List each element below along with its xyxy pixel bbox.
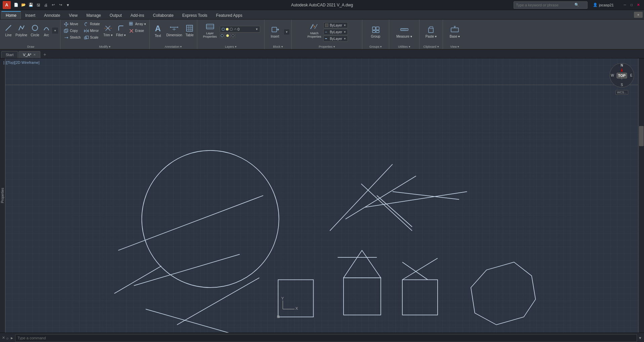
block-dropdown[interactable]: ▼ bbox=[284, 29, 289, 35]
horizontal-divider bbox=[5, 85, 639, 85]
lineweight-selector[interactable]: ByLayer ▼ bbox=[323, 36, 348, 42]
insert-button[interactable]: Insert bbox=[267, 22, 283, 42]
circle-button[interactable]: Circle bbox=[29, 21, 41, 40]
table-button[interactable]: Table bbox=[184, 21, 195, 40]
svg-marker-6 bbox=[87, 30, 88, 32]
measure-button[interactable]: Measure ▾ bbox=[395, 22, 413, 42]
tab-output[interactable]: Output bbox=[105, 11, 126, 19]
doc-tab-start-label: Start bbox=[6, 53, 13, 57]
properties-panel[interactable]: Properties bbox=[0, 58, 5, 333]
tab-annotate[interactable]: Annotate bbox=[40, 11, 65, 19]
svg-rect-11 bbox=[131, 22, 132, 24]
tab-insert[interactable]: Insert bbox=[21, 11, 40, 19]
scrollbar-thumb[interactable] bbox=[639, 126, 644, 146]
line-button[interactable]: Line bbox=[3, 21, 13, 40]
qat-dropdown[interactable]: ▼ bbox=[65, 2, 71, 8]
tab-collaborate[interactable]: Collaborate bbox=[149, 11, 178, 19]
linetype-label: ByLayer bbox=[330, 30, 342, 34]
tab-view[interactable]: View bbox=[65, 11, 82, 19]
view-label: View ▾ bbox=[450, 45, 459, 48]
close-button[interactable]: ✕ bbox=[635, 2, 641, 8]
svg-point-32 bbox=[232, 34, 234, 37]
doc-tab-close-icon[interactable]: ✕ bbox=[33, 53, 36, 56]
minimize-button[interactable]: ─ bbox=[622, 2, 628, 8]
svg-point-28 bbox=[226, 28, 229, 31]
move-button[interactable]: Move bbox=[63, 21, 82, 27]
ribbon-panel: Line Polyline Circle bbox=[0, 19, 644, 50]
command-dropdown-icon[interactable]: ▼ bbox=[638, 336, 642, 340]
mirror-label: Mirror bbox=[90, 29, 99, 33]
command-input[interactable] bbox=[15, 334, 637, 342]
workspace-selector[interactable]: ≡ bbox=[634, 12, 643, 18]
search-input[interactable] bbox=[516, 3, 573, 7]
mirror-button[interactable]: Mirror bbox=[83, 28, 101, 34]
save-button[interactable]: 💾 bbox=[28, 2, 34, 8]
svg-text:X: X bbox=[295, 306, 298, 310]
new-button[interactable]: 📄 bbox=[13, 2, 19, 8]
command-close-icon[interactable]: ✕ bbox=[2, 336, 5, 340]
trim-button[interactable]: Trim ▾ bbox=[102, 21, 114, 40]
properties-label: Properties ▾ bbox=[319, 45, 335, 48]
doc-tab-add-button[interactable]: + bbox=[41, 51, 48, 58]
svg-rect-13 bbox=[131, 24, 132, 25]
base-label: Base ▾ bbox=[450, 35, 460, 38]
match-props-button[interactable]: MatchProperties bbox=[306, 21, 323, 40]
text-button[interactable]: A Text bbox=[152, 21, 164, 40]
clipboard-label: Clipboard ▾ bbox=[424, 45, 439, 48]
layer-icon2[interactable] bbox=[225, 33, 230, 38]
command-icon[interactable]: ► bbox=[10, 336, 14, 340]
tab-home[interactable]: Home bbox=[1, 11, 21, 19]
fillet-button[interactable]: Fillet ▾ bbox=[115, 21, 127, 40]
doc-tab-va[interactable]: V_A* ✕ bbox=[18, 51, 40, 58]
linetype-selector[interactable]: ByLayer ▼ bbox=[323, 29, 348, 35]
line-label: Line bbox=[5, 33, 12, 37]
erase-button[interactable]: Erase bbox=[128, 28, 147, 34]
doc-tab-start[interactable]: Start bbox=[1, 51, 18, 58]
quick-access-toolbar: 📄 📂 💾 🖫 🖨 ↩ ↪ ▼ bbox=[13, 2, 71, 8]
dimension-button[interactable]: Dimension bbox=[165, 21, 184, 40]
color-selector[interactable]: ByLayer ▼ bbox=[323, 22, 348, 28]
base-button[interactable]: Base ▾ bbox=[446, 22, 463, 42]
group-button[interactable]: Group bbox=[367, 22, 384, 42]
stretch-label: Stretch bbox=[70, 36, 81, 39]
copy-button[interactable]: Copy bbox=[63, 28, 82, 34]
svg-text:Y: Y bbox=[281, 296, 284, 300]
search-box[interactable]: 🔍 bbox=[514, 1, 588, 9]
scale-button[interactable]: Scale bbox=[83, 34, 101, 41]
svg-rect-10 bbox=[129, 22, 131, 24]
tab-express-tools[interactable]: Express Tools bbox=[178, 11, 211, 19]
erase-label: Erase bbox=[135, 29, 144, 33]
svg-point-31 bbox=[226, 34, 229, 37]
draw-more-button[interactable]: ▼ bbox=[52, 28, 58, 34]
tab-manage[interactable]: Manage bbox=[82, 11, 105, 19]
dimension-label: Dimension bbox=[166, 33, 182, 37]
print-button[interactable]: 🖨 bbox=[42, 2, 49, 8]
layer-icon1[interactable] bbox=[220, 33, 225, 38]
circle-icon bbox=[31, 24, 39, 33]
paste-button[interactable]: Paste ▾ bbox=[423, 22, 440, 42]
insert-icon bbox=[271, 26, 279, 34]
ribbon-tabs: Home Insert Annotate View Manage Output … bbox=[0, 10, 644, 19]
tab-add-ins[interactable]: Add-ins bbox=[126, 11, 149, 19]
redo-button[interactable]: ↪ bbox=[57, 2, 64, 8]
command-expand-icon[interactable]: ⌕ bbox=[6, 336, 9, 340]
tab-featured-apps[interactable]: Featured Apps bbox=[212, 11, 247, 19]
save-as-button[interactable]: 🖫 bbox=[35, 2, 42, 8]
layer-selector[interactable]: 0 ▼ bbox=[220, 26, 260, 33]
undo-button[interactable]: ↩ bbox=[50, 2, 56, 8]
svg-rect-36 bbox=[372, 31, 375, 33]
array-button[interactable]: Array ▾ bbox=[128, 21, 147, 27]
layer-icon3[interactable] bbox=[231, 33, 235, 38]
open-button[interactable]: 📂 bbox=[20, 2, 27, 8]
arc-button[interactable]: Arc bbox=[41, 21, 51, 40]
vertical-scrollbar[interactable] bbox=[639, 58, 644, 333]
layer-props-button[interactable]: LayerProperties bbox=[202, 21, 218, 40]
fillet-icon bbox=[117, 25, 125, 33]
maximize-button[interactable]: □ bbox=[629, 2, 635, 8]
polyline-button[interactable]: Polyline bbox=[14, 21, 29, 40]
svg-text:S: S bbox=[621, 83, 623, 87]
layer-dropdown-icon: ▼ bbox=[255, 28, 258, 31]
rotate-button[interactable]: Rotate bbox=[83, 21, 101, 27]
stretch-button[interactable]: Stretch bbox=[63, 34, 82, 41]
ribbon-group-annotation: A Text Dimension Table Annotation ▾ bbox=[150, 19, 197, 49]
